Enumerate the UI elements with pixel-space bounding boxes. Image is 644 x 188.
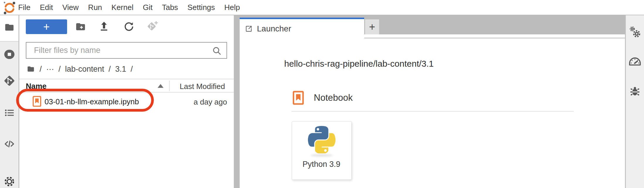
notebook-section-icon <box>292 90 305 105</box>
git-clone-icon <box>146 20 159 32</box>
breadcrumb-separator: / <box>40 65 42 74</box>
column-header-name[interactable]: Name <box>26 82 47 91</box>
breadcrumb-ellipsis[interactable]: ··· <box>46 65 54 74</box>
file-name: 03-01-nb-llm-example.ipynb <box>45 97 139 106</box>
menu-items: File Edit View Run Kernel Git Tabs Setti… <box>13 0 245 15</box>
gear-icon <box>4 175 15 188</box>
notebook-file-icon <box>32 95 42 107</box>
refresh-button[interactable] <box>122 20 135 33</box>
panel-splitter[interactable] <box>234 15 240 188</box>
refresh-icon <box>123 20 134 32</box>
new-folder-icon <box>75 21 86 32</box>
git-icon <box>4 75 15 87</box>
main-dock-panel: Launcher + hello-chris-rag-pipeline/lab-… <box>240 15 625 188</box>
launcher-card-python[interactable]: Python 3.9 <box>292 121 352 180</box>
menu-settings[interactable]: Settings <box>183 3 220 12</box>
menu-view[interactable]: View <box>58 3 84 12</box>
breadcrumb-separator: / <box>131 65 133 74</box>
menu-edit[interactable]: Edit <box>35 3 58 12</box>
launcher-cwd-heading: hello-chris-rag-pipeline/lab-content/3.1 <box>284 59 434 69</box>
menu-help[interactable]: Help <box>220 3 245 12</box>
breadcrumb: / ··· / lab-content / 3.1 / <box>26 63 133 75</box>
upload-button[interactable] <box>98 20 110 33</box>
menu-kernel[interactable]: Kernel <box>107 3 138 12</box>
sidebar-item-settings[interactable] <box>0 175 18 188</box>
search-icon <box>212 46 222 56</box>
stop-circle-icon <box>3 49 16 60</box>
new-folder-button[interactable] <box>74 20 87 33</box>
double-gear-icon <box>628 25 642 39</box>
filter-files-input[interactable] <box>26 42 227 59</box>
tab-launcher-label: Launcher <box>257 24 291 33</box>
sidebar-item-debugger[interactable] <box>626 85 644 98</box>
launcher-section-notebook: Notebook <box>292 90 353 105</box>
python-card-label: Python 3.9 <box>292 160 351 169</box>
menu-run[interactable]: Run <box>84 3 107 12</box>
sidebar-item-git[interactable] <box>0 75 18 87</box>
file-list-header: Name Last Modified <box>19 79 234 93</box>
menu-tabs[interactable]: Tabs <box>157 3 183 12</box>
right-sidebar-rail <box>625 15 644 188</box>
menu-file[interactable]: File <box>13 3 35 12</box>
sidebar-item-property-inspector[interactable] <box>626 25 644 39</box>
breadcrumb-item-3-1[interactable]: 3.1 <box>115 65 126 74</box>
git-clone-button[interactable] <box>146 20 159 33</box>
section-title: Notebook <box>314 93 353 103</box>
sidebar-item-file-browser[interactable] <box>0 22 18 32</box>
jupyterlab-window: File Edit View Run Kernel Git Tabs Setti… <box>0 0 644 188</box>
file-last-modified: a day ago <box>194 98 227 107</box>
sidebar-item-resource-usage[interactable] <box>626 54 644 66</box>
bug-icon <box>629 85 641 98</box>
gauge-icon <box>628 54 642 66</box>
code-icon <box>4 139 15 149</box>
menu-git[interactable]: Git <box>138 3 157 12</box>
upload-icon <box>98 20 110 32</box>
sidebar-item-table-of-contents[interactable] <box>0 108 18 118</box>
sort-ascending-icon <box>158 84 163 88</box>
list-icon <box>4 108 15 118</box>
breadcrumb-separator: / <box>109 65 111 74</box>
tab-launcher[interactable]: Launcher <box>240 18 364 38</box>
section-divider <box>292 111 574 112</box>
menu-bar: File Edit View Run Kernel Git Tabs Setti… <box>0 0 644 15</box>
breadcrumb-home-folder-icon[interactable] <box>26 65 35 73</box>
new-launcher-button[interactable]: + <box>26 19 67 34</box>
breadcrumb-separator: / <box>59 65 61 74</box>
file-row-notebook[interactable]: 03-01-nb-llm-example.ipynb a day ago <box>19 93 234 110</box>
sidebar-item-running-kernels[interactable] <box>0 49 18 60</box>
sidebar-item-code-snippets[interactable] <box>0 139 18 149</box>
breadcrumb-item-lab-content[interactable]: lab-content <box>65 65 104 74</box>
column-divider <box>169 80 170 91</box>
folder-icon <box>4 22 15 32</box>
launcher-icon <box>244 24 253 33</box>
new-tab-button[interactable]: + <box>365 19 379 34</box>
python-logo-shadow <box>311 154 333 157</box>
column-header-last-modified[interactable]: Last Modified <box>180 82 225 91</box>
python-logo-icon <box>308 126 335 153</box>
